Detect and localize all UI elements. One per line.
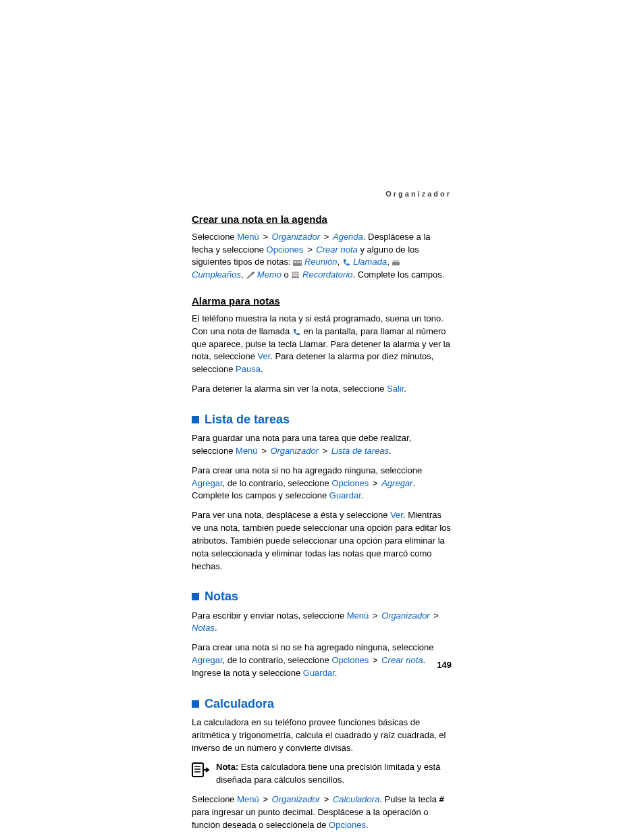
agregar-ref: Agregar bbox=[381, 478, 412, 488]
separator: > bbox=[323, 794, 331, 804]
text: . bbox=[389, 446, 392, 456]
text: Seleccione bbox=[192, 794, 237, 804]
text: Para crear una nota si no se ha agregado… bbox=[192, 642, 433, 652]
page-number: 149 bbox=[437, 659, 452, 672]
heading-lista-tareas: Lista de tareas bbox=[192, 411, 452, 428]
text: para ingresar un punto decimal. Despláce… bbox=[192, 807, 429, 830]
separator: > bbox=[371, 655, 379, 665]
square-bullet-icon bbox=[192, 593, 199, 600]
separator: > bbox=[306, 244, 314, 255]
text: . Pulse la tecla bbox=[379, 794, 439, 804]
text: Para ver una nota, desplácese a ésta y s… bbox=[192, 510, 390, 520]
text: . bbox=[215, 623, 217, 633]
square-bullet-icon bbox=[192, 416, 199, 423]
recordatorio-ref: Recordatorio bbox=[302, 269, 352, 280]
running-header: Organizador bbox=[192, 189, 452, 200]
text: . bbox=[404, 384, 406, 394]
svg-rect-7 bbox=[398, 260, 399, 262]
calc-paragraph-2: Seleccione Menú > Organizador > Calculad… bbox=[192, 793, 452, 832]
text: Para crear una nota si no ha agregado ni… bbox=[192, 465, 422, 475]
phone-icon bbox=[342, 259, 351, 266]
separator: > bbox=[371, 610, 379, 621]
text: o bbox=[281, 269, 291, 280]
reunion-ref: Reunión bbox=[304, 257, 337, 267]
salir-ref: Salir bbox=[387, 384, 404, 394]
text: , de lo contrario, seleccione bbox=[223, 655, 332, 665]
crear-nota-paragraph: Seleccione Menú > Organizador > Agenda. … bbox=[192, 231, 452, 282]
notas-ref: Notas bbox=[192, 623, 215, 633]
heading-text: Notas bbox=[205, 590, 238, 603]
lista-paragraph-3: Para ver una nota, desplácese a ésta y s… bbox=[192, 509, 452, 573]
opciones-ref: Opciones bbox=[331, 478, 369, 488]
note-icon bbox=[192, 762, 209, 777]
svg-rect-5 bbox=[394, 260, 395, 262]
separator: > bbox=[323, 232, 331, 242]
alarma-paragraph-2: Para detener la alarma sin ver la nota, … bbox=[192, 383, 452, 396]
svg-point-3 bbox=[300, 261, 302, 263]
svg-point-1 bbox=[294, 261, 296, 263]
reminder-icon bbox=[291, 271, 300, 279]
phone-icon bbox=[292, 328, 301, 336]
lista-paragraph-2: Para crear una nota si no ha agregado ni… bbox=[192, 465, 452, 503]
opciones-ref: Opciones bbox=[331, 655, 369, 665]
text: . bbox=[261, 364, 263, 374]
guardar-ref: Guardar bbox=[303, 668, 335, 678]
note-text: Nota: Esta calculadora tiene una precisi… bbox=[216, 761, 452, 787]
crear-nota-ref: Crear nota bbox=[381, 655, 423, 665]
heading-text: Lista de tareas bbox=[205, 413, 290, 426]
heading-notas: Notas bbox=[192, 588, 452, 605]
organizador-ref: Organizador bbox=[272, 794, 321, 804]
llamada-ref: Llamada bbox=[353, 257, 387, 267]
separator: > bbox=[260, 446, 268, 456]
text: Seleccione bbox=[192, 232, 237, 242]
agenda-ref: Agenda bbox=[333, 232, 363, 242]
agregar-ref: Agregar bbox=[192, 478, 223, 488]
note-label: Nota: bbox=[216, 762, 238, 772]
notas-paragraph-2: Para crear una nota si no se ha agregado… bbox=[192, 642, 452, 680]
notas-paragraph-1: Para escribir y enviar notas, seleccione… bbox=[192, 610, 452, 635]
separator: > bbox=[432, 610, 440, 621]
pausa-ref: Pausa bbox=[236, 364, 261, 374]
hash-key: # bbox=[439, 794, 444, 804]
opciones-ref: Opciones bbox=[329, 820, 366, 830]
calc-paragraph-1: La calculadora en su teléfono provee fun… bbox=[192, 716, 452, 755]
heading-crear-nota: Crear una nota en la agenda bbox=[192, 212, 452, 227]
heading-text: Calculadora bbox=[205, 697, 274, 710]
guardar-ref: Guardar bbox=[329, 490, 361, 500]
text: . bbox=[335, 668, 338, 678]
menu-ref: Menú bbox=[236, 446, 258, 456]
lista-paragraph-1: Para guardar una nota para una tarea que… bbox=[192, 432, 452, 458]
separator: > bbox=[321, 446, 329, 456]
memo-icon bbox=[246, 271, 254, 279]
square-bullet-icon bbox=[192, 700, 199, 708]
menu-ref: Menú bbox=[347, 610, 369, 621]
crear-nota-ref: Crear nota bbox=[316, 244, 357, 255]
document-page: Organizador Crear una nota en la agenda … bbox=[0, 0, 644, 834]
svg-rect-0 bbox=[293, 260, 302, 266]
organizador-ref: Organizador bbox=[381, 610, 430, 621]
alarma-paragraph-1: El teléfono muestra la nota y si está pr… bbox=[192, 313, 452, 376]
calculadora-ref: Calculadora bbox=[333, 794, 379, 804]
svg-rect-9 bbox=[292, 272, 298, 277]
text: . bbox=[361, 490, 364, 500]
text: , bbox=[337, 257, 342, 267]
text: Para detener la alarma sin ver la nota, … bbox=[192, 384, 387, 394]
note-callout: Nota: Esta calculadora tiene una precisi… bbox=[192, 761, 452, 787]
separator: > bbox=[371, 478, 379, 488]
menu-ref: Menú bbox=[237, 794, 259, 804]
menu-ref: Menú bbox=[237, 232, 259, 242]
cumpleanos-ref: Cumpleaños bbox=[192, 269, 241, 280]
heading-alarma: Alarma para notas bbox=[192, 294, 452, 309]
organizador-ref: Organizador bbox=[272, 232, 321, 242]
text: . bbox=[366, 820, 369, 830]
svg-rect-6 bbox=[396, 260, 397, 262]
text: Esta calculadora tiene una precisión lim… bbox=[216, 762, 440, 785]
svg-point-2 bbox=[297, 261, 299, 263]
text: Para escribir y enviar notas, seleccione bbox=[192, 610, 347, 621]
svg-rect-4 bbox=[392, 262, 400, 265]
ver-ref: Ver bbox=[258, 351, 271, 361]
lista-tareas-ref: Lista de tareas bbox=[331, 446, 389, 456]
agregar-ref: Agregar bbox=[192, 655, 223, 665]
separator: > bbox=[261, 794, 269, 804]
text: . Complete los campos. bbox=[353, 269, 445, 280]
